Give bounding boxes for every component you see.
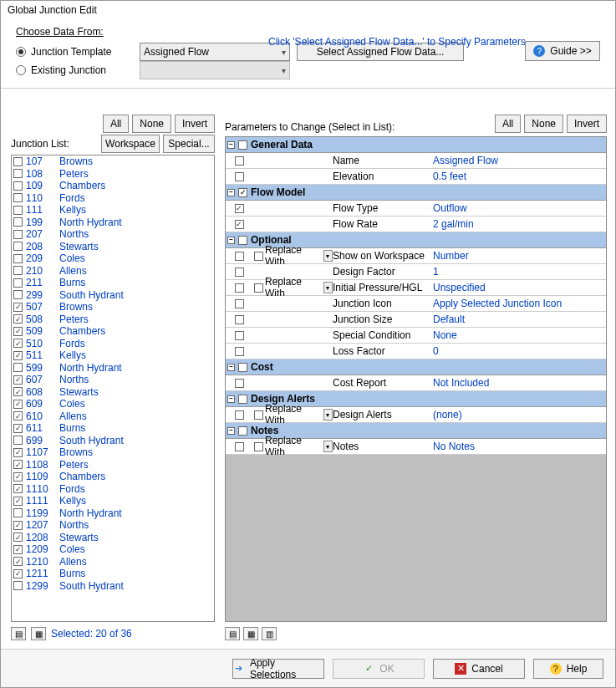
param-value[interactable]: Apply Selected Junction Icon [433,298,606,309]
checkbox[interactable] [13,278,23,288]
workspace-button[interactable]: Workspace [101,135,160,153]
checkbox[interactable] [13,448,23,457]
collapse-icon[interactable]: − [227,237,235,244]
checkbox[interactable] [238,395,247,404]
param-row[interactable]: Replace With▾Design Alerts(none) [226,407,606,423]
param-row[interactable]: Flow TypeOutflow [226,201,606,217]
list-item[interactable]: 611Burns [12,422,214,435]
checkbox[interactable] [13,242,23,251]
param-row[interactable]: Replace With▾Initial Pressure/HGLUnspeci… [226,280,606,296]
checkbox[interactable] [13,157,23,166]
checkbox[interactable] [13,484,23,493]
list-item[interactable]: 608Stewarts [12,386,214,399]
hint-link[interactable]: Click 'Select Assigned Flow Data...' to … [268,36,526,48]
checkbox[interactable] [13,387,23,396]
checkbox[interactable] [13,472,23,482]
param-value[interactable]: 1 [433,266,606,278]
collapse-icon[interactable]: − [227,141,235,149]
param-value[interactable]: None [433,329,606,341]
checkbox[interactable] [235,283,244,293]
checkbox[interactable] [235,379,244,388]
checkbox[interactable] [13,581,23,590]
param-value[interactable]: Not Included [433,377,606,389]
checkbox[interactable] [238,363,247,372]
collapse-all-icon[interactable]: ▤ [11,627,26,640]
checkbox[interactable] [13,217,23,227]
jlist-invert-button[interactable]: Invert [175,115,215,133]
collapse-icon[interactable]: − [227,427,235,435]
list-item[interactable]: 108Peters [12,168,214,181]
chevron-down-icon[interactable]: ▾ [323,282,333,293]
checkbox[interactable] [13,339,23,348]
checkbox[interactable] [13,254,23,263]
jlist-none-button[interactable]: None [132,115,171,133]
list-item[interactable]: 607Norths [12,374,214,386]
param-row[interactable]: Elevation0.5 feet [226,169,606,185]
list-item[interactable]: 199North Hydrant [12,217,214,229]
checkbox[interactable] [13,460,23,469]
checkbox[interactable] [13,521,23,530]
checkbox[interactable] [13,497,23,506]
checkbox[interactable] [13,436,23,445]
checkbox[interactable] [238,140,247,150]
param-row[interactable]: Special ConditionNone [226,328,606,344]
param-value[interactable]: Number [433,250,606,262]
list-item[interactable]: 1111Kellys [12,495,214,507]
param-row[interactable]: Replace With▾Show on WorkspaceNumber [226,248,606,264]
chevron-down-icon[interactable]: ▾ [323,250,333,262]
checkbox[interactable] [13,375,23,385]
section-header[interactable]: −Flow Model [226,185,606,201]
param-row[interactable]: Junction IconApply Selected Junction Ico… [226,296,606,312]
param-none-button[interactable]: None [524,115,563,133]
list-item[interactable]: 507Browns [12,301,214,313]
list-item[interactable]: 109Chambers [12,180,214,192]
list-item[interactable]: 1211Burns [12,568,214,580]
param-value[interactable]: Outflow [433,202,606,214]
list-item[interactable]: 511Kellys [12,349,214,362]
chevron-down-icon[interactable]: ▾ [323,441,333,452]
checkbox[interactable] [235,204,244,213]
list-item[interactable]: 1299South Hydrant [12,580,214,593]
checkbox[interactable] [13,290,23,299]
checkbox[interactable] [235,442,244,451]
param-value[interactable]: Unspecified [433,282,606,293]
list-item[interactable]: 599North Hydrant [12,362,214,375]
checkbox[interactable] [13,169,23,178]
list-item[interactable]: 1208Stewarts [12,532,214,544]
param-value[interactable]: No Notes [433,441,606,452]
checkbox[interactable] [13,181,23,191]
checkbox[interactable] [13,533,23,542]
checkbox[interactable] [13,569,23,578]
checkbox[interactable] [235,347,244,356]
radio-junction-template[interactable]: Junction Template [16,46,133,58]
grid-view3-icon[interactable]: ▥ [262,627,277,640]
checkbox[interactable] [254,283,263,293]
checkbox[interactable] [235,331,244,340]
param-all-button[interactable]: All [495,115,521,133]
checkbox[interactable] [235,252,244,261]
param-row[interactable]: NameAssigned Flow [226,153,606,169]
help-button[interactable]: ? Help [533,659,603,679]
section-header[interactable]: −Cost [226,359,606,375]
list-item[interactable]: 210Allens [12,265,214,278]
param-value[interactable]: (none) [433,409,606,420]
list-item[interactable]: 1199North Hydrant [12,507,214,520]
checkbox[interactable] [235,299,244,308]
param-value[interactable]: 0 [433,345,606,357]
cancel-button[interactable]: ✕ Cancel [433,659,525,679]
list-item[interactable]: 1109Chambers [12,471,214,483]
checkbox[interactable] [13,411,23,420]
checkbox[interactable] [13,557,23,566]
checkbox[interactable] [235,268,244,277]
param-value[interactable]: 0.5 feet [433,171,606,182]
param-row[interactable]: Junction SizeDefault [226,312,606,328]
checkbox[interactable] [238,426,247,436]
radio-existing-junction[interactable]: Existing Junction [16,64,133,76]
collapse-icon[interactable]: − [227,189,235,196]
list-item[interactable]: 211Burns [12,277,214,289]
guide-button[interactable]: ? Guide >> [525,41,600,61]
list-item[interactable]: 1210Allens [12,556,214,568]
list-item[interactable]: 1207Norths [12,519,214,532]
checkbox[interactable] [13,206,23,215]
list-item[interactable]: 110Fords [12,192,214,205]
